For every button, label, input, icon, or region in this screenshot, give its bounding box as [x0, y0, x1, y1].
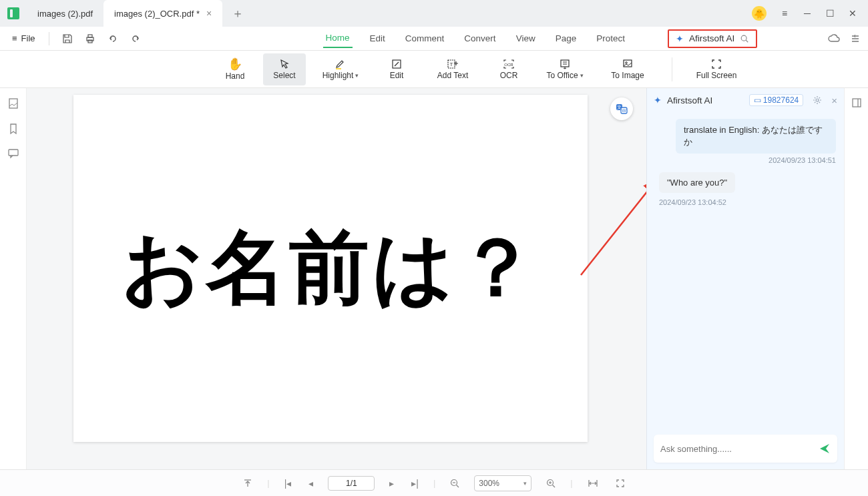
- menu-view[interactable]: View: [513, 29, 538, 47]
- comments-icon[interactable]: [7, 148, 19, 159]
- svg-line-27: [457, 485, 459, 487]
- prev-page-icon[interactable]: ◂: [306, 477, 316, 490]
- fit-width-icon[interactable]: [585, 477, 601, 489]
- gear-icon[interactable]: [813, 95, 822, 105]
- scroll-top-icon[interactable]: [240, 477, 255, 489]
- close-icon[interactable]: ×: [831, 95, 837, 106]
- thumbnails-icon[interactable]: [7, 97, 19, 109]
- first-page-icon[interactable]: |◂: [282, 477, 294, 490]
- chevron-down-icon: ▾: [523, 480, 527, 487]
- maximize-icon[interactable]: ☐: [825, 9, 835, 18]
- page: お名前は？: [73, 95, 588, 442]
- document-text: お名前は？: [122, 214, 539, 323]
- hand-icon: ✋: [228, 58, 242, 70]
- right-utility-icons: [828, 34, 860, 43]
- page-input[interactable]: [328, 476, 375, 491]
- svg-point-12: [626, 61, 628, 63]
- tool-ocr[interactable]: OCR OCR: [487, 53, 530, 85]
- zoom-select[interactable]: 300% ▾: [474, 475, 531, 491]
- redo-icon[interactable]: [127, 30, 144, 47]
- minimize-icon[interactable]: ─: [803, 9, 812, 18]
- menu-home[interactable]: Home: [323, 29, 353, 48]
- menu-comment[interactable]: Comment: [403, 29, 447, 47]
- user-message: translate in English: あなたは誰ですか: [676, 119, 836, 154]
- left-rail: [0, 88, 27, 469]
- send-icon[interactable]: [819, 443, 831, 455]
- ai-input[interactable]: [660, 444, 813, 454]
- fullscreen-icon: [710, 59, 722, 69]
- menu-edit[interactable]: Edit: [367, 29, 388, 47]
- search-icon[interactable]: [740, 34, 749, 43]
- svg-line-4: [746, 40, 748, 42]
- svg-text:文: 文: [617, 105, 622, 109]
- to-office-icon: [559, 59, 571, 69]
- ai-chat-body: translate in English: あなたは誰ですか 2024/09/2…: [647, 112, 844, 428]
- right-rail: [844, 88, 868, 469]
- last-page-icon[interactable]: ▸|: [409, 477, 421, 490]
- token-icon: ▭: [754, 95, 761, 105]
- document-viewport[interactable]: お名前は？ 文W: [27, 88, 646, 469]
- translate-floating-button[interactable]: 文W: [610, 97, 633, 120]
- tab-images-2[interactable]: images (2).pdf: [27, 0, 103, 27]
- svg-rect-10: [561, 60, 569, 67]
- tool-add-text[interactable]: T Add Text: [425, 53, 481, 85]
- zoom-in-icon[interactable]: [544, 477, 558, 489]
- svg-line-20: [581, 178, 646, 275]
- status-bar: | |◂ ◂ ▸ ▸| | 300% ▾ |: [0, 469, 868, 496]
- zoom-out-icon[interactable]: [447, 477, 462, 489]
- chevron-down-icon: ▾: [580, 72, 584, 79]
- title-bar: images (2).pdf images (2)_OCR.pdf * × ＋ …: [0, 0, 868, 27]
- chevron-down-icon: ▾: [355, 72, 359, 79]
- ai-panel-title: Afirstsoft AI: [667, 95, 712, 105]
- tool-select[interactable]: Select: [263, 53, 306, 85]
- tool-hand[interactable]: ✋ Hand: [214, 53, 256, 85]
- main-area: お名前は？ 文W ✦ Afirstsoft AI ▭ 19827624: [0, 88, 868, 469]
- tab-images-2-ocr[interactable]: images (2)_OCR.pdf * ×: [103, 0, 222, 27]
- ai-message: "Who are you?": [659, 172, 735, 193]
- afirstsoft-ai-button[interactable]: ✦ Afirstsoft AI: [668, 29, 757, 48]
- tool-highlight[interactable]: Highlight▾: [312, 53, 369, 85]
- ai-panel-header: ✦ Afirstsoft AI ▭ 19827624 ×: [647, 88, 844, 112]
- divider: [672, 57, 672, 81]
- file-label: File: [21, 33, 35, 43]
- highlighter-icon: [335, 59, 347, 69]
- avatar[interactable]: 🐥: [752, 6, 767, 21]
- file-menu[interactable]: ≡ File: [8, 31, 39, 46]
- add-tab-button[interactable]: ＋: [222, 0, 253, 27]
- divider: [49, 32, 49, 45]
- menu-protect[interactable]: Protect: [594, 29, 628, 47]
- panel-toggle-icon[interactable]: [851, 97, 862, 108]
- menu-convert[interactable]: Convert: [461, 29, 498, 47]
- svg-line-31: [553, 485, 556, 487]
- svg-rect-14: [9, 150, 18, 156]
- cursor-icon: [279, 59, 290, 69]
- menu-page[interactable]: Page: [553, 29, 580, 47]
- sparkle-icon: ✦: [654, 95, 662, 105]
- edit-icon: [391, 59, 402, 69]
- window-controls: 🐥 ≡ ─ ☐ ✕: [752, 0, 868, 27]
- bookmark-icon[interactable]: [8, 123, 19, 135]
- close-icon[interactable]: ×: [206, 8, 212, 19]
- close-window-icon[interactable]: ✕: [848, 9, 857, 18]
- next-page-icon[interactable]: ▸: [387, 477, 397, 490]
- svg-rect-2: [88, 40, 92, 43]
- cloud-icon[interactable]: [828, 34, 840, 43]
- app-logo: [0, 0, 27, 27]
- undo-icon[interactable]: [104, 30, 122, 47]
- ocr-icon: OCR: [503, 59, 515, 69]
- to-image-icon: [622, 59, 634, 69]
- home-toolbar: ✋ Hand Select Highlight▾ Edit T Add Text…: [0, 51, 868, 88]
- tool-full-screen[interactable]: Full Screen: [688, 53, 744, 85]
- print-icon[interactable]: [81, 30, 99, 47]
- save-icon[interactable]: [59, 30, 76, 47]
- tool-to-image[interactable]: To Image: [600, 53, 656, 85]
- hamburger-icon[interactable]: ≡: [780, 9, 789, 18]
- hamburger-icon: ≡: [12, 33, 17, 43]
- collapse-panel-icon[interactable]: [851, 34, 860, 43]
- menu-bar: ≡ File Home Edit Comment Convert View Pa…: [0, 27, 868, 51]
- tool-edit[interactable]: Edit: [375, 53, 418, 85]
- add-text-icon: T: [447, 59, 459, 69]
- tool-to-office[interactable]: To Office▾: [537, 53, 593, 85]
- fit-page-icon[interactable]: [613, 477, 628, 489]
- token-badge[interactable]: ▭ 19827624: [749, 94, 803, 106]
